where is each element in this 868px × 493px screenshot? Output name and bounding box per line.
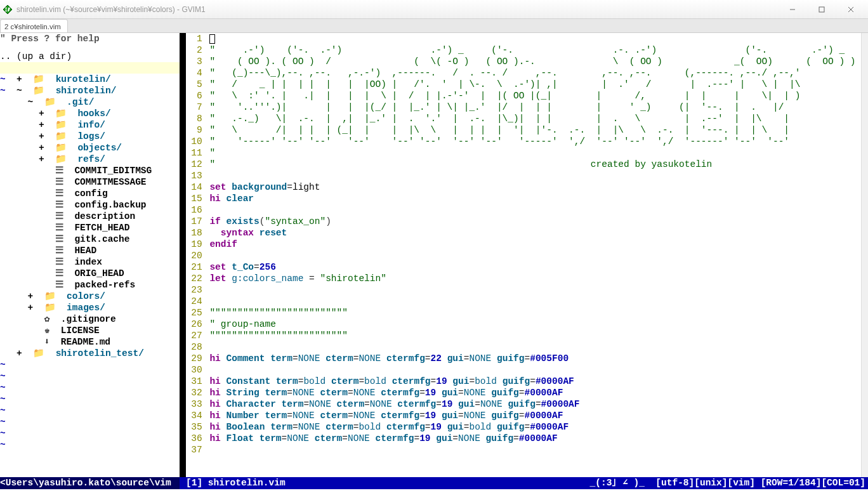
status-left: <Users\yasuhiro.kato\source\vim xyxy=(0,477,180,489)
tab-bar: 2 c¥shirotelin.vim xyxy=(0,19,868,33)
tree-item[interactable]: + 📁 refs/ xyxy=(0,154,180,165)
scrollbar[interactable] xyxy=(861,33,868,477)
minimize-button[interactable] xyxy=(778,0,807,19)
tree-item[interactable]: ♚ LICENSE xyxy=(0,325,180,336)
tab-shirotelin[interactable]: 2 c¥shirotelin.vim xyxy=(0,19,68,32)
tree-item[interactable]: ~ + 📁 kurotelin/ xyxy=(0,74,180,85)
tree-item[interactable]: + 📁 info/ xyxy=(0,119,180,131)
tree-item[interactable]: ☰ gitk.cache xyxy=(0,233,180,245)
code-area[interactable]: " .-') ('-. .-') .-') _ ('-. .-. .-') ('… xyxy=(204,33,861,477)
tree-item[interactable]: ☰ COMMIT_EDITMSG xyxy=(0,165,180,176)
maximize-button[interactable] xyxy=(807,0,836,19)
tree-item[interactable]: + 📁 colors/ xyxy=(0,291,180,302)
tree-item[interactable]: ✿ .gitignore xyxy=(0,313,180,325)
tree-item[interactable]: + 📁 logs/ xyxy=(0,131,180,142)
tree-item[interactable]: + 📁 objects/ xyxy=(0,142,180,154)
split-separator[interactable] xyxy=(180,33,186,477)
tree-item[interactable]: ~ 📁 .git/ xyxy=(0,96,180,108)
close-button[interactable] xyxy=(836,0,865,19)
tree-item[interactable]: ☰ ORIG_HEAD xyxy=(0,268,180,279)
tree-item[interactable]: ☰ config.backup xyxy=(0,199,180,211)
tree-item[interactable]: ☰ FETCH_HEAD xyxy=(0,222,180,233)
svg-rect-1 xyxy=(819,7,824,12)
tree-item[interactable]: ⬇ README.md xyxy=(0,336,180,348)
vim-app-icon xyxy=(3,4,13,15)
line-number-gutter: 1234567891011121314151617181920212223242… xyxy=(186,33,204,477)
tree-item[interactable]: ~ ~ 📁 shirotelin/ xyxy=(0,85,180,96)
tab-label: 2 c¥shirotelin.vim xyxy=(4,23,61,30)
status-file: [1] shirotelin.vim xyxy=(186,477,286,489)
status-bar: <Users\yasuhiro.kato\source\vim [1] shir… xyxy=(0,477,868,489)
tree-item[interactable]: + 📁 images/ xyxy=(0,302,180,313)
editor-pane[interactable]: 1234567891011121314151617181920212223242… xyxy=(186,33,868,477)
tree-item[interactable]: ☰ config xyxy=(0,188,180,199)
tree-item[interactable]: + 📁 shirotelin_test/ xyxy=(0,348,180,359)
tree-item[interactable]: ☰ packed-refs xyxy=(0,279,180,291)
file-tree-sidebar[interactable]: " Press ? for help.. (up a dir)~ + 📁 kur… xyxy=(0,33,180,477)
titlebar: shirotelin.vim (~¥source¥vim¥shirotelin¥… xyxy=(0,0,868,19)
tree-item[interactable]: + 📁 hooks/ xyxy=(0,108,180,119)
status-right: _(:3｣ ∠ )_ [utf-8][unix][vim] [ROW=1/184… xyxy=(590,477,868,489)
window-title: shirotelin.vim (~¥source¥vim¥shirotelin¥… xyxy=(16,5,778,14)
tree-item[interactable]: ☰ HEAD xyxy=(0,245,180,256)
tree-item[interactable]: ☰ description xyxy=(0,211,180,222)
tree-item[interactable]: ☰ COMMITMESSAGE xyxy=(0,176,180,188)
tree-item[interactable]: ☰ index xyxy=(0,256,180,268)
